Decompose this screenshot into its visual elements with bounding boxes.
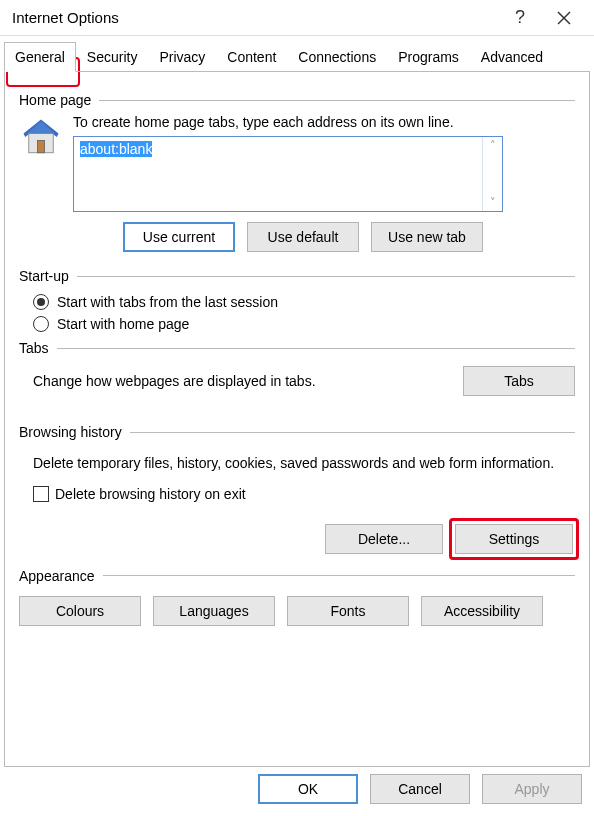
tab-bar: General Security Privacy Content Connect… xyxy=(4,42,590,72)
scroll-up-icon[interactable]: ˄ xyxy=(490,139,496,152)
tab-programs[interactable]: Programs xyxy=(387,42,470,72)
homepage-instruction: To create home page tabs, type each addr… xyxy=(73,114,575,130)
settings-button[interactable]: Settings xyxy=(455,524,573,554)
svg-rect-5 xyxy=(38,141,45,153)
tabs-group-label: Tabs xyxy=(19,340,575,356)
languages-button[interactable]: Languages xyxy=(153,596,275,626)
use-new-tab-button[interactable]: Use new tab xyxy=(371,222,483,252)
dialog-footer: OK Cancel Apply xyxy=(258,774,582,804)
general-panel: Home page To create home page tabs, type… xyxy=(4,71,590,767)
checkbox-icon xyxy=(33,486,49,502)
browsing-history-group-label: Browsing history xyxy=(19,424,575,440)
accessibility-button[interactable]: Accessibility xyxy=(421,596,543,626)
cancel-button[interactable]: Cancel xyxy=(370,774,470,804)
tab-advanced[interactable]: Advanced xyxy=(470,42,554,72)
appearance-group-label: Appearance xyxy=(19,568,575,584)
help-icon[interactable]: ? xyxy=(498,3,542,33)
fonts-button[interactable]: Fonts xyxy=(287,596,409,626)
browsing-history-description: Delete temporary files, history, cookies… xyxy=(33,454,571,474)
use-current-button[interactable]: Use current xyxy=(123,222,235,252)
apply-button[interactable]: Apply xyxy=(482,774,582,804)
home-icon xyxy=(19,116,63,158)
window-title: Internet Options xyxy=(8,9,498,26)
titlebar: Internet Options ? xyxy=(0,0,594,36)
tab-privacy[interactable]: Privacy xyxy=(148,42,216,72)
tabs-description: Change how webpages are displayed in tab… xyxy=(19,373,463,389)
ok-button[interactable]: OK xyxy=(258,774,358,804)
tabs-button[interactable]: Tabs xyxy=(463,366,575,396)
delete-button[interactable]: Delete... xyxy=(325,524,443,554)
homepage-group-label: Home page xyxy=(19,92,575,108)
scrollbar[interactable]: ˄ ˅ xyxy=(482,137,502,211)
radio-icon xyxy=(33,316,49,332)
checkbox-delete-on-exit[interactable]: Delete browsing history on exit xyxy=(33,486,575,502)
homepage-url-input[interactable]: about:blank ˄ ˅ xyxy=(73,136,503,212)
radio-icon xyxy=(33,294,49,310)
close-icon[interactable] xyxy=(542,3,586,33)
use-default-button[interactable]: Use default xyxy=(247,222,359,252)
startup-group-label: Start-up xyxy=(19,268,575,284)
scroll-down-icon[interactable]: ˅ xyxy=(490,196,496,209)
tab-connections[interactable]: Connections xyxy=(287,42,387,72)
colours-button[interactable]: Colours xyxy=(19,596,141,626)
radio-start-home-page[interactable]: Start with home page xyxy=(33,316,575,332)
tab-content[interactable]: Content xyxy=(216,42,287,72)
tab-general[interactable]: General xyxy=(4,42,76,72)
tab-security[interactable]: Security xyxy=(76,42,149,72)
radio-start-tabs-last-session[interactable]: Start with tabs from the last session xyxy=(33,294,575,310)
